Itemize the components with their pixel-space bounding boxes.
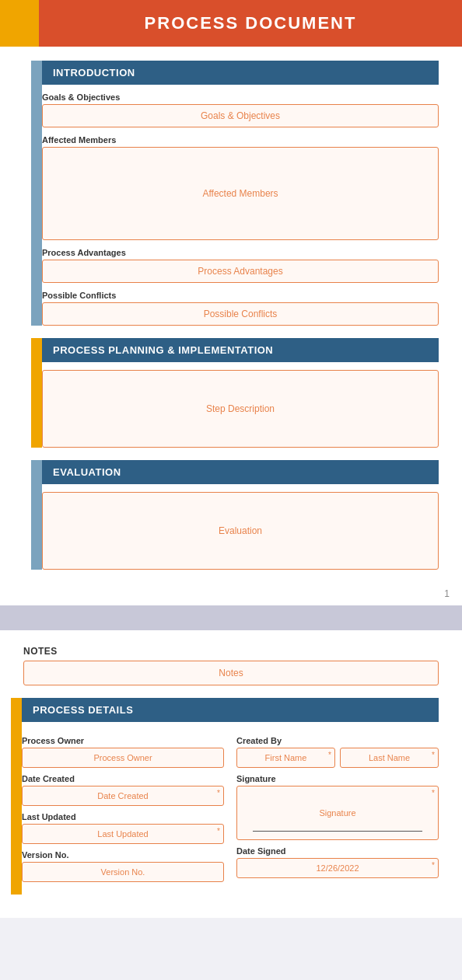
evaluation-input[interactable]: Evaluation	[42, 492, 439, 570]
last-updated-input[interactable]: Last Updated *	[22, 824, 224, 844]
version-field: Version No. Version No.	[22, 850, 224, 882]
version-label: Version No.	[22, 850, 224, 860]
intro-content: INTRODUCTION Goals & Objectives Goals & …	[42, 61, 439, 326]
date-created-label: Date Created	[22, 774, 224, 783]
signature-field: Signature Signature *	[236, 774, 439, 840]
signature-required: *	[432, 789, 435, 797]
process-details-block: PROCESS DETAILS Process Owner Process Ow…	[23, 698, 439, 895]
notes-label: NOTES	[23, 646, 439, 657]
conflicts-input[interactable]: Possible Conflicts	[42, 302, 439, 326]
last-name-required: *	[432, 751, 435, 759]
goals-label: Goals & Objectives	[42, 92, 439, 102]
last-updated-field: Last Updated Last Updated *	[22, 812, 224, 844]
date-signed-input[interactable]: 12/26/2022 *	[236, 858, 439, 878]
date-created-required: *	[217, 789, 220, 797]
notes-section: NOTES Notes	[23, 646, 439, 685]
created-by-field: Created By First Name * Last Name *	[236, 736, 439, 768]
version-input[interactable]: Version No.	[22, 862, 224, 882]
last-name-input[interactable]: Last Name *	[340, 748, 439, 768]
page-2: NOTES Notes PROCESS DETAILS Process Owne…	[0, 630, 462, 918]
step-description-input[interactable]: Step Description	[42, 370, 439, 448]
eval-header: EVALUATION	[42, 460, 439, 484]
details-side-accent	[11, 698, 22, 895]
process-owner-input[interactable]: Process Owner	[22, 748, 224, 768]
planning-header: PROCESS PLANNING & IMPLEMENTATION	[42, 338, 439, 362]
page-number: 1	[444, 588, 450, 599]
first-name-input[interactable]: First Name *	[236, 748, 335, 768]
last-updated-required: *	[217, 827, 220, 835]
first-name-required: *	[328, 751, 331, 759]
members-input[interactable]: Affected Members	[42, 147, 439, 240]
signature-line	[253, 831, 422, 832]
left-col: Process Owner Process Owner Date Created…	[22, 736, 224, 888]
notes-input[interactable]: Notes	[23, 661, 439, 685]
signature-label: Signature	[236, 774, 439, 783]
conflicts-label: Possible Conflicts	[42, 291, 439, 300]
header-accent	[0, 0, 39, 47]
intro-header: INTRODUCTION	[42, 61, 439, 85]
document-title: PROCESS DOCUMENT	[39, 13, 462, 33]
members-label: Affected Members	[42, 135, 439, 145]
intro-side-accent	[31, 61, 42, 326]
process-owner-label: Process Owner	[22, 736, 224, 745]
date-signed-required: *	[432, 861, 435, 870]
eval-side-accent	[31, 460, 42, 570]
eval-content: EVALUATION Evaluation	[42, 460, 439, 570]
goals-input[interactable]: Goals & Objectives	[42, 104, 439, 127]
last-updated-label: Last Updated	[22, 812, 224, 821]
page-divider	[0, 605, 462, 630]
date-signed-label: Date Signed	[236, 846, 439, 856]
signature-input[interactable]: Signature *	[236, 786, 439, 840]
advantages-input[interactable]: Process Advantages	[42, 260, 439, 283]
planning-section: PROCESS PLANNING & IMPLEMENTATION Step D…	[23, 338, 439, 448]
introduction-section: INTRODUCTION Goals & Objectives Goals & …	[23, 61, 439, 326]
created-by-label: Created By	[236, 736, 439, 745]
planning-side-accent	[31, 338, 42, 448]
right-col: Created By First Name * Last Name *	[236, 736, 439, 888]
details-grid: Process Owner Process Owner Date Created…	[22, 730, 439, 895]
page-1: PROCESS DOCUMENT INTRODUCTION Goals & Ob…	[0, 0, 462, 605]
details-content: PROCESS DETAILS Process Owner Process Ow…	[22, 698, 439, 895]
date-created-input[interactable]: Date Created *	[22, 786, 224, 806]
date-created-field: Date Created Date Created *	[22, 774, 224, 806]
evaluation-section: EVALUATION Evaluation	[23, 460, 439, 570]
details-header: PROCESS DETAILS	[22, 698, 439, 722]
header-bar: PROCESS DOCUMENT	[0, 0, 462, 47]
name-row: First Name * Last Name *	[236, 748, 439, 768]
date-signed-field: Date Signed 12/26/2022 *	[236, 846, 439, 878]
planning-content: PROCESS PLANNING & IMPLEMENTATION Step D…	[42, 338, 439, 448]
process-owner-field: Process Owner Process Owner	[22, 736, 224, 768]
advantages-label: Process Advantages	[42, 248, 439, 257]
